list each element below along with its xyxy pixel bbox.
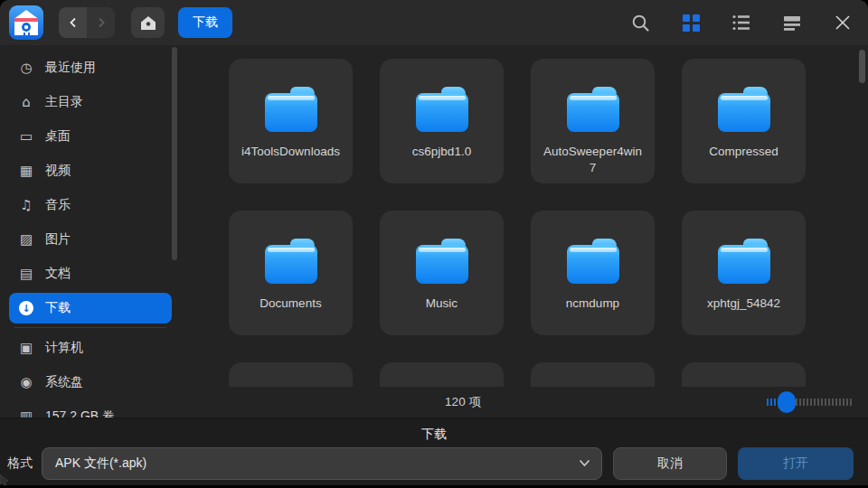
sidebar: ◷最近使用⌂主目录▭桌面▦视频♫音乐▨图片▤文档↓下载▣计算机◉系统盘▥157.… bbox=[0, 45, 181, 418]
dialog-footer: 下载 格式 APK 文件(*.apk) 取消 打开 bbox=[0, 418, 868, 485]
music-icon: ♫ bbox=[16, 197, 36, 213]
sidebar-item-label: 系统盘 bbox=[45, 374, 83, 390]
sidebar-item-video[interactable]: ▦视频 bbox=[9, 155, 172, 186]
folder-name: AutoSweeper4win7 bbox=[541, 144, 646, 176]
clock-icon: ◷ bbox=[16, 60, 36, 76]
sidebar-item-label: 桌面 bbox=[45, 128, 71, 145]
sidebar-item-label: 音乐 bbox=[45, 197, 71, 213]
sidebar-item-image[interactable]: ▨图片 bbox=[9, 224, 172, 255]
cancel-button[interactable]: 取消 bbox=[613, 447, 727, 480]
chevron-left-icon bbox=[69, 17, 78, 28]
sidebar-item-desktop[interactable]: ▭桌面 bbox=[9, 121, 172, 152]
computer-icon: ▣ bbox=[16, 340, 36, 356]
folder-name: Music bbox=[426, 296, 458, 312]
grid-view-icon bbox=[683, 14, 700, 32]
folder-icon bbox=[265, 87, 317, 132]
format-select[interactable]: APK 文件(*.apk) bbox=[42, 447, 602, 480]
folder-tile[interactable]: Music bbox=[380, 211, 504, 335]
breadcrumb-current[interactable]: 下载 bbox=[178, 7, 232, 38]
home-icon: ⌂ bbox=[16, 94, 36, 110]
sidebar-item-download[interactable]: ↓下载 bbox=[9, 293, 172, 324]
folder-tile[interactable]: Documents bbox=[229, 211, 353, 335]
file-grid-scrollbar[interactable] bbox=[859, 50, 865, 83]
folder-name: Compressed bbox=[709, 144, 778, 160]
folder-icon bbox=[265, 239, 317, 284]
close-icon bbox=[835, 14, 851, 31]
item-count: 120 项 bbox=[445, 394, 481, 410]
folder-tile[interactable]: AutoSweeper4win7 bbox=[531, 59, 655, 183]
system-disk-icon: ◉ bbox=[16, 374, 36, 390]
sidebar-item-system-disk[interactable]: ◉系统盘 bbox=[9, 367, 172, 398]
folder-tile[interactable]: Compressed bbox=[682, 59, 806, 183]
home-button[interactable] bbox=[131, 7, 165, 38]
download-circle-icon: ↓ bbox=[19, 301, 33, 315]
open-button[interactable]: 打开 bbox=[738, 447, 854, 480]
format-select-value: APK 文件(*.apk) bbox=[55, 455, 146, 472]
search-button[interactable] bbox=[630, 13, 650, 33]
slider-thumb[interactable] bbox=[778, 391, 796, 413]
close-button[interactable] bbox=[833, 13, 853, 33]
app-logo-icon bbox=[9, 5, 43, 40]
sidebar-item-clock[interactable]: ◷最近使用 bbox=[9, 52, 172, 83]
sidebar-item-label: 下载 bbox=[45, 300, 71, 316]
folder-name: ncmdump bbox=[566, 296, 619, 312]
sidebar-item-label: 计算机 bbox=[45, 340, 83, 356]
sidebar-item-label: 主目录 bbox=[45, 94, 83, 110]
folder-icon bbox=[718, 239, 770, 284]
folder-name: xphtgj_54842 bbox=[707, 296, 780, 312]
folder-icon bbox=[567, 87, 619, 132]
format-label: 格式 bbox=[7, 455, 33, 472]
list-view-button[interactable] bbox=[731, 13, 751, 33]
sidebar-separator bbox=[14, 327, 166, 328]
list-view-icon bbox=[732, 14, 750, 31]
search-icon bbox=[631, 14, 650, 33]
chevron-down-icon bbox=[579, 459, 590, 467]
dialog-title: 下载 bbox=[0, 418, 868, 443]
folder-tile[interactable]: xphtgj_54842 bbox=[682, 211, 806, 335]
image-icon: ▨ bbox=[16, 231, 36, 248]
folder-icon bbox=[718, 87, 770, 132]
detail-view-icon bbox=[783, 15, 801, 31]
folder-name: cs6pjbd1.0 bbox=[412, 144, 471, 160]
grid-view-button[interactable] bbox=[681, 13, 701, 33]
file-chooser-window: 下载 bbox=[0, 0, 868, 485]
sidebar-item-label: 最近使用 bbox=[45, 60, 96, 76]
sidebar-item-computer[interactable]: ▣计算机 bbox=[9, 333, 172, 363]
detail-view-button[interactable] bbox=[782, 13, 802, 33]
folder-tile[interactable]: i4ToolsDownloads bbox=[229, 59, 353, 183]
sidebar-item-music[interactable]: ♫音乐 bbox=[9, 190, 172, 221]
sidebar-item-home[interactable]: ⌂主目录 bbox=[9, 87, 172, 117]
video-icon: ▦ bbox=[16, 163, 36, 179]
forward-button[interactable] bbox=[87, 7, 115, 38]
download-icon: ↓ bbox=[16, 301, 36, 315]
back-button[interactable] bbox=[59, 7, 87, 38]
document-icon: ▤ bbox=[16, 266, 36, 282]
folder-tile[interactable]: ncmdump bbox=[531, 211, 655, 335]
folder-icon bbox=[416, 239, 468, 284]
sidebar-item-label: 视频 bbox=[45, 163, 71, 179]
nav-group bbox=[59, 7, 115, 38]
folder-name: Documents bbox=[259, 296, 321, 312]
toolbar: 下载 bbox=[0, 0, 868, 45]
folder-icon bbox=[416, 87, 468, 132]
folder-tile[interactable]: cs6pjbd1.0 bbox=[380, 59, 504, 183]
sidebar-item-label: 文档 bbox=[45, 266, 71, 282]
chevron-right-icon bbox=[97, 17, 106, 28]
sidebar-scrollbar[interactable] bbox=[172, 47, 177, 260]
folder-icon bbox=[567, 239, 619, 284]
folder-name: i4ToolsDownloads bbox=[241, 144, 340, 160]
icon-size-slider[interactable] bbox=[767, 399, 852, 406]
desktop-icon: ▭ bbox=[16, 128, 36, 145]
status-bar: 120 项 bbox=[181, 387, 868, 418]
home-icon bbox=[140, 15, 156, 31]
sidebar-item-document[interactable]: ▤文档 bbox=[9, 258, 172, 289]
sidebar-item-label: 图片 bbox=[45, 231, 71, 248]
file-grid-area: i4ToolsDownloadscs6pjbd1.0AutoSweeper4wi… bbox=[181, 45, 868, 418]
mouse-cursor bbox=[0, 474, 11, 485]
